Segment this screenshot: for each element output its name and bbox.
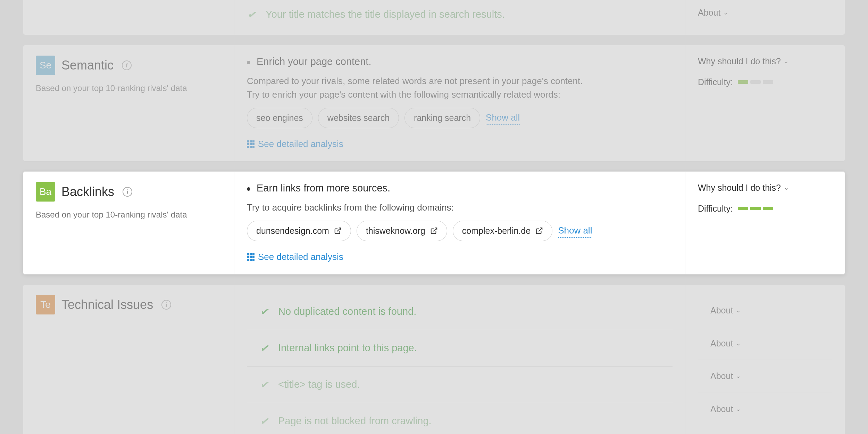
why-should-i-toggle[interactable]: Why should I do this? ⌄ — [698, 55, 789, 68]
chevron-down-icon: ⌄ — [784, 183, 789, 193]
chevron-down-icon: ⌄ — [723, 8, 728, 17]
backlinks-bullet-title: Earn links from more sources. — [257, 181, 390, 196]
info-icon[interactable]: i — [161, 300, 171, 310]
chevron-down-icon: ⌄ — [736, 404, 741, 414]
table-row: ✓ <title> tag is used. — [247, 366, 673, 403]
show-all-link[interactable]: Show all — [558, 224, 592, 238]
difficulty: Difficulty: — [698, 76, 832, 89]
check-icon: ✓ — [258, 375, 272, 394]
show-all-link[interactable]: Show all — [486, 111, 520, 125]
svg-line-0 — [337, 228, 341, 231]
check-icon: ✓ — [258, 412, 272, 431]
svg-line-1 — [433, 228, 437, 231]
tech-row-text: No duplicated content is found. — [278, 304, 416, 319]
about-toggle[interactable]: About ⌄ — [698, 6, 728, 19]
pill-thisweknow[interactable]: thisweknow.org — [357, 221, 447, 241]
technical-title: Technical Issues — [61, 295, 153, 314]
svg-line-2 — [539, 228, 542, 231]
check-icon: ✓ — [258, 339, 272, 358]
card-semantic: Se Semantic i Based on your top 10-ranki… — [23, 45, 845, 162]
difficulty-label: Difficulty: — [698, 76, 733, 89]
backlinks-pill-row: dunsendesign.com thisweknow.org complex-… — [247, 221, 673, 241]
chevron-down-icon: ⌄ — [736, 339, 741, 348]
pill-seo-engines[interactable]: seo engines — [247, 108, 312, 129]
table-row: ✓ No duplicated content is found. — [247, 294, 673, 330]
pill-websites-search[interactable]: websites search — [318, 108, 399, 129]
tech-row-text: Page is not blocked from crawling. — [278, 413, 432, 429]
difficulty: Difficulty: — [698, 202, 832, 215]
technical-about-col: About ⌄ About ⌄ About ⌄ About ⌄ — [685, 285, 845, 434]
chevron-down-icon: ⌄ — [736, 306, 741, 315]
about-label: About — [698, 6, 720, 19]
chevron-down-icon: ⌄ — [784, 57, 789, 66]
about-toggle[interactable]: About ⌄ — [710, 370, 741, 383]
technical-rows: ✓ No duplicated content is found. ✓ Inte… — [234, 285, 685, 434]
backlinks-badge: Ba — [36, 182, 55, 202]
semantic-title: Semantic — [61, 56, 114, 75]
external-link-icon — [334, 227, 342, 235]
semantic-bullet-title: Enrich your page content. — [257, 54, 371, 69]
about-toggle[interactable]: About ⌄ — [710, 403, 741, 416]
table-row: ✓ Internal links point to this page. — [247, 330, 673, 366]
semantic-desc: Compared to your rivals, some related wo… — [247, 74, 673, 101]
semantic-subtitle: Based on your top 10-ranking rivals' dat… — [36, 82, 222, 95]
pill-dunsendesign[interactable]: dunsendesign.com — [247, 221, 351, 241]
table-row: ✓ Page is not blocked from crawling. — [247, 403, 673, 434]
info-icon[interactable]: i — [122, 60, 132, 70]
check-icon: ✓ — [245, 5, 259, 24]
chevron-down-icon: ⌄ — [736, 371, 741, 381]
difficulty-bars — [738, 80, 773, 84]
semantic-pill-row: seo engines websites search ranking sear… — [247, 108, 673, 129]
about-toggle[interactable]: About ⌄ — [710, 304, 741, 317]
title-match-text: Your title matches the title displayed i… — [266, 7, 505, 22]
card-backlinks: Ba Backlinks i Based on your top 10-rank… — [23, 171, 845, 275]
difficulty-bars — [738, 207, 773, 210]
card-title-match: ✓ Your title matches the title displayed… — [23, 0, 845, 35]
technical-badge: Te — [36, 295, 55, 314]
backlinks-title: Backlinks — [61, 182, 114, 201]
bullet-icon — [247, 61, 250, 64]
info-icon[interactable]: i — [123, 187, 132, 197]
pill-ranking-search[interactable]: ranking search — [404, 108, 480, 129]
pill-complex-berlin[interactable]: complex-berlin.de — [453, 221, 552, 241]
tech-row-text: <title> tag is used. — [278, 377, 360, 392]
why-should-i-toggle[interactable]: Why should I do this? ⌄ — [698, 181, 789, 195]
external-link-icon — [535, 227, 543, 235]
see-detailed-analysis-link[interactable]: See detailed analysis — [247, 137, 343, 151]
semantic-badge: Se — [36, 56, 55, 75]
backlinks-desc: Try to acquire backlinks from the follow… — [247, 201, 673, 214]
difficulty-label: Difficulty: — [698, 202, 733, 215]
table-icon — [247, 253, 254, 261]
card-technical: Te Technical Issues i ✓ No duplicated co… — [23, 284, 845, 434]
tech-row-text: Internal links point to this page. — [278, 341, 417, 356]
check-icon: ✓ — [258, 302, 272, 321]
about-toggle[interactable]: About ⌄ — [710, 337, 741, 350]
table-icon — [247, 140, 254, 148]
backlinks-subtitle: Based on your top 10-ranking rivals' dat… — [36, 208, 222, 221]
bullet-icon — [247, 187, 250, 191]
external-link-icon — [430, 227, 438, 235]
see-detailed-analysis-link[interactable]: See detailed analysis — [247, 250, 343, 264]
